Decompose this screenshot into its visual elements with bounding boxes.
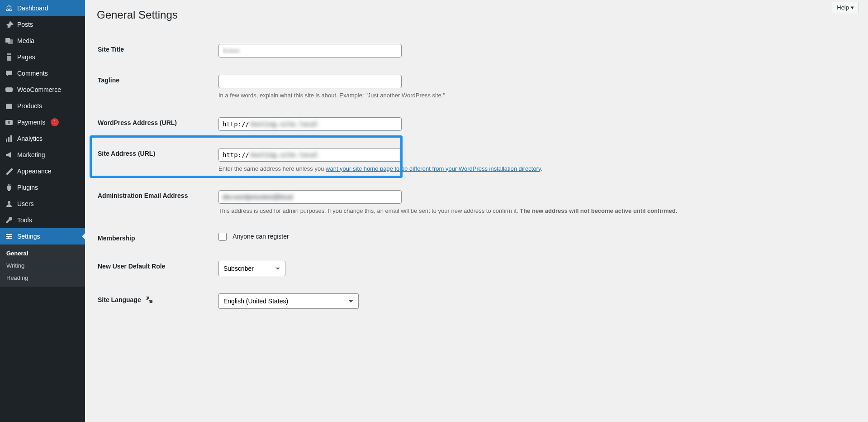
translate-icon <box>145 295 154 306</box>
tagline-description: In a few words, explain what this site i… <box>218 91 698 100</box>
default-role-select[interactable]: Subscriber <box>218 261 285 276</box>
wp-address-blur: testing.site.local <box>250 120 318 128</box>
pin-icon <box>5 20 14 29</box>
submenu-item-writing[interactable]: Writing <box>0 259 85 272</box>
settings-icon <box>5 232 14 241</box>
membership-checkbox-label[interactable]: Anyone can register <box>218 233 289 240</box>
svg-rect-13 <box>6 238 12 239</box>
site-address-link[interactable]: want your site home page to be different… <box>326 165 541 172</box>
sidebar-item-label: Settings <box>17 233 40 240</box>
sidebar-item-plugins[interactable]: Plugins <box>0 179 85 196</box>
sidebar-item-analytics[interactable]: Analytics <box>0 130 85 147</box>
comment-icon <box>5 69 14 78</box>
sidebar-item-label: Analytics <box>17 135 43 142</box>
svg-rect-2 <box>5 87 13 92</box>
sidebar-item-products[interactable]: Products <box>0 98 85 114</box>
sidebar-item-label: Users <box>17 200 34 207</box>
site-title-label: Site Title <box>98 36 213 66</box>
wp-address-label: WordPress Address (URL) <box>98 109 213 139</box>
default-role-label: New User Default Role <box>98 253 213 284</box>
sidebar-item-woocommerce[interactable]: WooCommerce <box>0 82 85 98</box>
sidebar-item-label: Media <box>17 37 34 44</box>
media-icon <box>5 36 14 45</box>
svg-rect-8 <box>8 137 9 142</box>
page-icon <box>5 53 14 62</box>
sidebar-item-label: Tools <box>17 216 32 224</box>
payments-badge: 1 <box>51 118 59 126</box>
marketing-icon <box>5 150 14 159</box>
sidebar-item-label: Dashboard <box>17 5 48 12</box>
users-icon <box>5 199 14 208</box>
membership-label: Membership <box>98 225 213 252</box>
sidebar-item-label: Posts <box>17 21 33 28</box>
svg-rect-7 <box>6 139 7 142</box>
sidebar-item-dashboard[interactable]: Dashboard <box>0 0 85 16</box>
tagline-input[interactable] <box>218 75 402 88</box>
appearance-icon <box>5 167 14 176</box>
sidebar-item-label: Plugins <box>17 184 38 191</box>
admin-sidebar: Dashboard Posts Media Pages Comments Woo… <box>0 0 85 422</box>
svg-point-10 <box>8 201 10 204</box>
plugins-icon <box>5 183 14 192</box>
sidebar-item-payments[interactable]: $ Payments 1 <box>0 114 85 130</box>
sidebar-item-posts[interactable]: Posts <box>0 16 85 33</box>
svg-rect-12 <box>6 236 12 237</box>
settings-submenu: General Writing Reading <box>0 245 85 287</box>
site-language-label: Site Language <box>98 285 213 317</box>
svg-rect-15 <box>9 235 10 237</box>
sidebar-item-label: Marketing <box>17 151 45 158</box>
help-label: Help <box>837 4 849 11</box>
analytics-icon <box>5 134 14 143</box>
site-address-blur: testing.site.local <box>250 151 318 158</box>
svg-text:$: $ <box>8 120 10 125</box>
svg-rect-4 <box>6 104 12 105</box>
svg-rect-16 <box>8 237 9 239</box>
tagline-label: Tagline <box>98 67 213 108</box>
products-icon <box>5 101 14 110</box>
sidebar-item-label: Products <box>17 102 42 110</box>
svg-rect-9 <box>10 135 12 142</box>
admin-email-description: This address is used for admin purposes.… <box>218 206 698 216</box>
site-address-label: Site Address (URL) <box>98 140 213 182</box>
site-language-select[interactable]: English (United States) <box>218 293 359 309</box>
svg-rect-14 <box>7 234 8 235</box>
sidebar-item-pages[interactable]: Pages <box>0 49 85 65</box>
site-title-input[interactable] <box>218 44 402 58</box>
sidebar-item-settings[interactable]: Settings <box>0 228 85 245</box>
sidebar-item-label: WooCommerce <box>17 86 61 93</box>
dashboard-icon <box>5 4 14 13</box>
site-address-description: Enter the same address here unless you w… <box>218 164 698 173</box>
sidebar-item-label: Payments <box>17 119 45 126</box>
sidebar-item-label: Pages <box>17 53 35 61</box>
sidebar-item-label: Comments <box>17 70 48 77</box>
admin-email-label: Administration Email Address <box>98 182 213 224</box>
chevron-down-icon: ▾ <box>851 4 854 11</box>
sidebar-item-label: Appearance <box>17 168 52 175</box>
admin-email-blur: dev.wordpresstest@local <box>223 193 293 201</box>
woo-icon <box>5 85 14 94</box>
submenu-item-reading[interactable]: Reading <box>0 272 85 284</box>
sidebar-item-appearance[interactable]: Appearance <box>0 163 85 179</box>
sidebar-item-comments[interactable]: Comments <box>0 65 85 82</box>
tools-icon <box>5 216 14 225</box>
sidebar-item-media[interactable]: Media <box>0 33 85 49</box>
settings-form: Site Title Tagline In a few words, expla… <box>97 35 856 318</box>
sidebar-item-tools[interactable]: Tools <box>0 212 85 228</box>
sidebar-item-marketing[interactable]: Marketing <box>0 147 85 163</box>
submenu-item-general[interactable]: General <box>0 247 85 259</box>
membership-checkbox[interactable] <box>218 233 227 241</box>
page-title: General Settings <box>97 5 856 35</box>
sidebar-item-users[interactable]: Users <box>0 196 85 212</box>
payments-icon: $ <box>5 118 14 127</box>
svg-rect-1 <box>8 39 13 44</box>
help-tab[interactable]: Help ▾ <box>832 2 859 13</box>
main-content: Help ▾ General Settings Site Title Tagli… <box>85 0 868 422</box>
